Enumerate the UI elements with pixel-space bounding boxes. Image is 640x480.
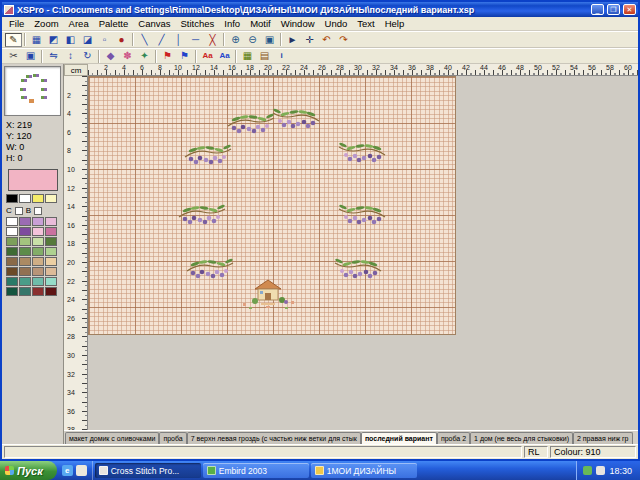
long-stitch-icon[interactable]: ╳ <box>204 33 221 47</box>
backstitch-horizontal-icon[interactable]: ─ <box>187 33 204 47</box>
palette-swatch[interactable] <box>19 277 31 286</box>
palette-swatch[interactable] <box>45 237 57 246</box>
palette-toggle-icon[interactable]: ▤ <box>256 49 273 63</box>
quarter-stitch-icon[interactable]: ◧ <box>62 33 79 47</box>
stitch-grid[interactable] <box>88 76 456 335</box>
tray-icon-2[interactable] <box>596 466 605 475</box>
select-arrow-icon[interactable]: ► <box>284 33 301 47</box>
three-quarter-stitch-icon[interactable]: ◪ <box>79 33 96 47</box>
flag-blue-icon[interactable]: ⚑ <box>176 49 193 63</box>
palette-swatch[interactable] <box>6 257 18 266</box>
pattern-tab-5[interactable]: 1 дом (не весь для стыковки) <box>470 432 573 444</box>
menu-help[interactable]: Help <box>380 18 410 29</box>
design-canvas[interactable] <box>88 76 638 430</box>
task-button-0[interactable]: Cross Stitch Pro... <box>95 463 201 478</box>
menu-file[interactable]: File <box>4 18 29 29</box>
title-bar[interactable]: XSPro - C:\Documents and Settings\Rimma\… <box>2 2 638 17</box>
palette-swatch[interactable] <box>6 217 18 226</box>
palette-swatch[interactable] <box>19 217 31 226</box>
grid-toggle-icon[interactable]: ▦ <box>239 49 256 63</box>
copy-tool-icon[interactable]: ▣ <box>22 49 39 63</box>
menu-window[interactable]: Window <box>276 18 320 29</box>
close-button[interactable]: ✕ <box>623 4 636 15</box>
pattern-tab-1[interactable]: проба <box>159 432 186 444</box>
palette-swatch[interactable] <box>45 267 57 276</box>
undo-arrow-icon[interactable]: ↶ <box>318 33 335 47</box>
quick-color-swatch[interactable] <box>19 194 31 203</box>
text-blue-icon[interactable]: Aa <box>216 49 233 63</box>
menu-area[interactable]: Area <box>64 18 94 29</box>
flag-red-icon[interactable]: ⚑ <box>159 49 176 63</box>
pattern-tab-0[interactable]: макет домик с оливочками <box>65 432 159 444</box>
zoom-out-icon[interactable]: ⊖ <box>244 33 261 47</box>
pattern-tab-2[interactable]: 7 верхн левая гроздь (с частью ниж ветки… <box>187 432 361 444</box>
quick-color-swatch[interactable] <box>32 194 44 203</box>
cut-tool-icon[interactable]: ✂ <box>5 49 22 63</box>
menu-motif[interactable]: Motif <box>245 18 276 29</box>
motif-star-icon[interactable]: ✦ <box>136 49 153 63</box>
minimize-button[interactable]: _ <box>591 4 604 15</box>
menu-zoom[interactable]: Zoom <box>29 18 63 29</box>
backstitch-vertical-icon[interactable]: │ <box>170 33 187 47</box>
pattern-tab-3[interactable]: последний вариант <box>361 432 437 444</box>
palette-swatch[interactable] <box>45 217 57 226</box>
menu-text[interactable]: Text <box>352 18 379 29</box>
half-stitch-icon[interactable]: ◩ <box>45 33 62 47</box>
quick-launch-browser-icon[interactable]: e <box>62 465 73 476</box>
flag-b-checkbox[interactable] <box>34 207 42 215</box>
palette-swatch[interactable] <box>19 287 31 296</box>
pattern-tab-6[interactable]: 2 правая ниж гр <box>573 432 633 444</box>
palette-swatch[interactable] <box>32 277 44 286</box>
redo-arrow-icon[interactable]: ↷ <box>335 33 352 47</box>
pattern-preview[interactable] <box>4 66 61 116</box>
current-color-swatch[interactable] <box>8 169 58 191</box>
task-button-1[interactable]: Embird 2003 <box>203 463 309 478</box>
quick-launch-desktop-icon[interactable] <box>76 465 87 476</box>
palette-swatch[interactable] <box>19 227 31 236</box>
menu-undo[interactable]: Undo <box>320 18 353 29</box>
palette-swatch[interactable] <box>32 237 44 246</box>
menu-info[interactable]: Info <box>219 18 245 29</box>
french-knot-icon[interactable]: ● <box>113 33 130 47</box>
pattern-tab-4[interactable]: проба 2 <box>437 432 470 444</box>
quick-color-swatch[interactable] <box>6 194 18 203</box>
rotate-tool-icon[interactable]: ↻ <box>79 49 96 63</box>
task-button-2[interactable]: 1МОИ ДИЗАЙНЫ <box>311 463 417 478</box>
palette-swatch[interactable] <box>32 257 44 266</box>
palette-swatch[interactable] <box>32 227 44 236</box>
palette-swatch[interactable] <box>6 227 18 236</box>
palette-swatch[interactable] <box>6 237 18 246</box>
mirror-horizontal-icon[interactable]: ⇋ <box>45 49 62 63</box>
petite-stitch-icon[interactable]: ▫ <box>96 33 113 47</box>
menu-canvas[interactable]: Canvas <box>133 18 175 29</box>
palette-swatch[interactable] <box>19 257 31 266</box>
palette-swatch[interactable] <box>32 267 44 276</box>
palette-swatch[interactable] <box>32 287 44 296</box>
palette-swatch[interactable] <box>6 267 18 276</box>
backstitch-ne-icon[interactable]: ╱ <box>153 33 170 47</box>
backstitch-nw-icon[interactable]: ╲ <box>136 33 153 47</box>
pencil-tool-icon[interactable]: ✎ <box>5 33 22 47</box>
zoom-in-icon[interactable]: ⊕ <box>227 33 244 47</box>
menu-stitches[interactable]: Stitches <box>175 18 219 29</box>
text-red-icon[interactable]: Aa <box>199 49 216 63</box>
palette-swatch[interactable] <box>19 267 31 276</box>
mirror-vertical-icon[interactable]: ↕ <box>62 49 79 63</box>
tray-icon-1[interactable] <box>583 466 592 475</box>
palette-swatch[interactable] <box>6 247 18 256</box>
motif-flower-icon[interactable]: ✽ <box>119 49 136 63</box>
palette-swatch[interactable] <box>45 227 57 236</box>
palette-swatch[interactable] <box>32 247 44 256</box>
quick-color-swatch[interactable] <box>45 194 57 203</box>
palette-swatch[interactable] <box>6 277 18 286</box>
palette-swatch[interactable] <box>6 287 18 296</box>
info-tool-icon[interactable]: i <box>273 49 290 63</box>
zoom-fit-icon[interactable]: ▣ <box>261 33 278 47</box>
palette-swatch[interactable] <box>32 217 44 226</box>
maximize-button[interactable]: ❐ <box>607 4 620 15</box>
move-tool-icon[interactable]: ✛ <box>301 33 318 47</box>
palette-swatch[interactable] <box>19 247 31 256</box>
menu-palette[interactable]: Palette <box>94 18 134 29</box>
palette-swatch[interactable] <box>45 247 57 256</box>
palette-swatch[interactable] <box>19 237 31 246</box>
